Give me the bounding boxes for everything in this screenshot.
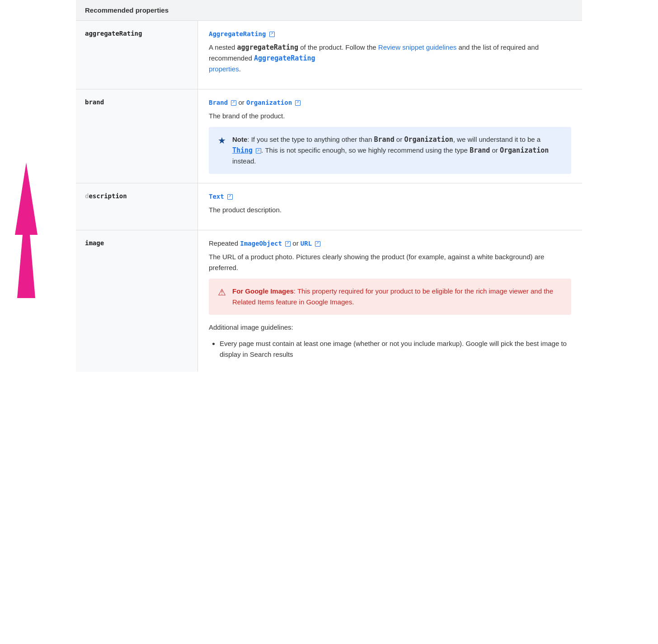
property-name-image: image — [76, 230, 198, 372]
property-details-image: Repeated ImageObject or URL The URL of a… — [198, 230, 582, 372]
review-snippet-link[interactable]: Review snippet guidelines — [378, 43, 456, 51]
external-link-icon-url — [315, 241, 320, 247]
warn-text-image: For Google Images: This property require… — [232, 286, 562, 308]
image-guidelines-list: Every page must contain at least one ima… — [209, 338, 571, 360]
property-details-brand: Brand or Organization The brand of the p… — [198, 89, 582, 183]
type-line-image: Repeated ImageObject or URL — [209, 239, 571, 247]
property-name-description: ddescriptionescription — [76, 183, 198, 230]
thing-link[interactable]: Thing — [232, 146, 253, 154]
table-header: Recommended properties — [76, 0, 582, 21]
table-row: ddescriptionescription Text The product … — [76, 183, 582, 230]
type-link-organization[interactable]: Organization — [246, 99, 292, 106]
external-link-icon — [231, 100, 236, 106]
type-link-aggregaterating[interactable]: AggregateRating — [209, 30, 266, 37]
external-link-icon-text — [227, 194, 233, 200]
properties-link[interactable]: properties — [209, 65, 239, 73]
description-text-brand: The brand of the product. — [209, 111, 571, 121]
warning-icon: ⚠ — [218, 287, 226, 298]
external-link-icon-thing — [256, 148, 261, 154]
annotation-arrow — [8, 163, 44, 299]
page-container: Recommended properties aggregateRating A… — [76, 0, 582, 372]
external-link-icon — [269, 32, 275, 37]
type-link-text[interactable]: Text — [209, 193, 224, 200]
warning-box-image: ⚠ For Google Images: This property requi… — [209, 279, 571, 315]
property-details-aggregaterating: AggregateRating A nested aggregateRating… — [198, 21, 582, 89]
external-link-icon-2 — [295, 100, 301, 106]
type-line-brand: Brand or Organization — [209, 98, 571, 106]
type-link-brand[interactable]: Brand — [209, 99, 228, 106]
star-icon: ★ — [218, 135, 226, 146]
svg-marker-1 — [15, 163, 38, 298]
property-name-aggregaterating: aggregateRating — [76, 21, 198, 89]
header-title: Recommended properties — [85, 6, 169, 14]
type-link-url[interactable]: URL — [301, 240, 312, 247]
external-link-icon-imageobject — [285, 241, 291, 247]
property-name-brand: brand — [76, 89, 198, 183]
type-link-imageobject[interactable]: ImageObject — [240, 240, 282, 247]
table-row: image Repeated ImageObject or URL The UR… — [76, 230, 582, 372]
list-item: Every page must contain at least one ima… — [220, 338, 571, 360]
table-row: aggregateRating AggregateRating A nested… — [76, 21, 582, 89]
table-row: brand Brand or Organization The brand of… — [76, 89, 582, 183]
type-line: AggregateRating — [209, 30, 571, 37]
description-text-aggregaterating: A nested aggregateRating of the product.… — [209, 42, 571, 75]
type-line-description: Text — [209, 192, 571, 200]
note-box-brand: ★ Note: If you set the type to anything … — [209, 127, 571, 174]
property-details-description: Text The product description. — [198, 183, 582, 230]
note-text-brand: Note: If you set the type to anything ot… — [232, 134, 562, 167]
description-text-description: The product description. — [209, 205, 571, 215]
additional-guidelines-label: Additional image guidelines: — [209, 322, 571, 333]
description-text-image: The URL of a product photo. Pictures cle… — [209, 252, 571, 273]
